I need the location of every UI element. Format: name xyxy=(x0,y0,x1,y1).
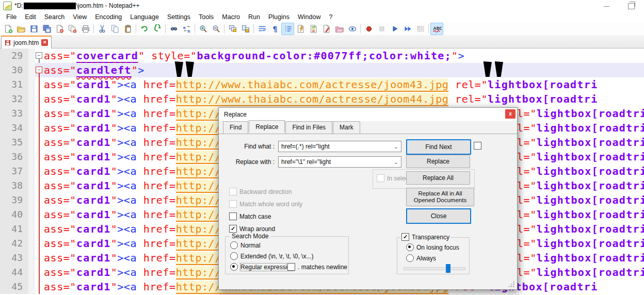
code-text[interactable]: ass="covercard" style="background-color:… xyxy=(44,48,644,63)
bookmark-margin[interactable] xyxy=(28,150,35,164)
transparency-on-losing-focus-radio[interactable]: On losing focus xyxy=(406,243,459,251)
document-map-icon[interactable] xyxy=(307,23,320,35)
undo-icon[interactable] xyxy=(138,23,151,35)
zoom-out-icon[interactable] xyxy=(210,23,222,35)
new-file-icon[interactable] xyxy=(2,23,14,35)
menu-item-encoding[interactable]: Encoding xyxy=(91,12,126,22)
fold-collapse-icon[interactable]: − xyxy=(36,67,42,73)
fold-margin[interactable] xyxy=(35,92,44,106)
transparency-slider-thumb[interactable] xyxy=(446,264,450,273)
menu-item-[interactable]: ? xyxy=(325,12,336,22)
zoom-in-icon[interactable] xyxy=(197,23,210,35)
transparency-slider[interactable] xyxy=(404,267,465,270)
menu-item-search[interactable]: Search xyxy=(40,12,69,22)
sync-vertical-scroll-icon[interactable] xyxy=(226,23,239,35)
transparency-always-radio[interactable]: Always xyxy=(406,254,436,262)
copy-icon[interactable] xyxy=(108,23,121,35)
replace-all-button[interactable]: Replace All xyxy=(406,171,470,185)
menu-item-macro[interactable]: Macro xyxy=(218,12,244,22)
bookmark-margin[interactable] xyxy=(28,265,35,280)
fold-margin[interactable] xyxy=(35,135,44,150)
open-file-icon[interactable] xyxy=(14,23,27,35)
match-case-checkbox[interactable]: Match case xyxy=(229,212,271,220)
search-mode-regex-radio[interactable]: Regular expression xyxy=(230,263,294,271)
dialog-resize-grip[interactable] xyxy=(508,281,514,287)
bookmark-margin[interactable] xyxy=(28,280,35,294)
folder-as-workspace-icon[interactable] xyxy=(333,23,346,35)
bookmark-margin[interactable] xyxy=(28,193,35,207)
minimize-button[interactable] xyxy=(604,2,610,9)
bookmark-margin[interactable] xyxy=(28,178,35,193)
code-text[interactable]: ass="card1"><a href=http://www.thaiabc.c… xyxy=(44,92,644,106)
fold-margin[interactable] xyxy=(35,121,44,135)
dialog-tab-find[interactable]: Find xyxy=(223,121,248,134)
fold-margin[interactable] xyxy=(35,265,44,280)
bookmark-margin[interactable] xyxy=(28,207,35,222)
replace-with-combobox[interactable]: href="\1" rel="light⌄ xyxy=(278,156,401,168)
matches-newline-checkbox[interactable]: . matches newline xyxy=(287,263,347,271)
fold-margin[interactable] xyxy=(35,178,44,193)
bookmark-margin[interactable] xyxy=(28,77,35,92)
fold-margin[interactable]: − xyxy=(35,48,44,63)
code-text[interactable]: ass="cardleft"> xyxy=(44,63,644,77)
save-all-icon[interactable] xyxy=(40,23,53,35)
fold-margin[interactable] xyxy=(35,222,44,236)
find-icon[interactable] xyxy=(167,23,180,35)
bookmark-margin[interactable] xyxy=(28,236,35,251)
fold-margin[interactable] xyxy=(35,280,44,294)
tab-close-icon[interactable]: ✕ xyxy=(41,39,48,46)
bookmark-margin[interactable] xyxy=(28,63,35,77)
word-wrap-icon[interactable] xyxy=(255,23,268,35)
menu-item-view[interactable]: View xyxy=(69,12,91,22)
menu-item-file[interactable]: File xyxy=(2,12,21,22)
bookmark-margin[interactable] xyxy=(28,251,35,265)
replace-dialog-titlebar[interactable]: Replace x xyxy=(219,108,517,121)
bookmark-margin[interactable] xyxy=(28,106,35,121)
fold-margin[interactable] xyxy=(35,77,44,92)
dialog-tab-mark[interactable]: Mark xyxy=(333,121,360,134)
macro-run-multiple-icon[interactable] xyxy=(401,23,414,35)
find-what-combobox[interactable]: href=(.*) rel="light⌄ xyxy=(278,141,401,152)
close-all-files-icon[interactable] xyxy=(66,23,79,35)
two-buttons-mode-checkbox[interactable] xyxy=(474,142,481,150)
macro-record-icon[interactable] xyxy=(362,23,375,35)
menu-item-language[interactable]: Language xyxy=(126,12,163,22)
backward-direction-checkbox[interactable]: Backward direction xyxy=(229,188,292,195)
menu-item-plugins[interactable]: Plugins xyxy=(264,12,294,22)
fold-collapse-icon[interactable]: − xyxy=(36,52,42,59)
fold-margin[interactable] xyxy=(35,207,44,222)
save-file-icon[interactable] xyxy=(27,23,40,35)
file-monitoring-icon[interactable] xyxy=(346,23,359,35)
search-mode-normal-radio[interactable]: Normal xyxy=(230,241,261,249)
redo-icon[interactable] xyxy=(151,23,164,35)
fold-margin[interactable]: − xyxy=(35,63,44,77)
bookmark-margin[interactable] xyxy=(28,222,35,236)
replace-icon[interactable]: ab xyxy=(180,23,193,35)
fold-margin[interactable] xyxy=(35,164,44,178)
fold-margin[interactable] xyxy=(35,236,44,251)
fold-margin[interactable] xyxy=(35,106,44,121)
find-next-button[interactable]: Find Next xyxy=(406,139,471,155)
bookmark-margin[interactable] xyxy=(28,121,35,135)
menu-item-tools[interactable]: Tools xyxy=(195,12,218,22)
match-whole-word-checkbox[interactable]: Match whole word only xyxy=(229,200,302,208)
bookmark-margin[interactable] xyxy=(28,92,35,106)
macro-play-icon[interactable] xyxy=(388,23,401,35)
document-list-icon[interactable] xyxy=(320,23,333,35)
sync-horizontal-scroll-icon[interactable] xyxy=(239,23,252,35)
dialog-tab-find-in-files[interactable]: Find in Files xyxy=(285,121,332,134)
function-list-icon[interactable] xyxy=(294,23,307,35)
macro-stop-icon[interactable] xyxy=(375,23,388,35)
wrap-around-checkbox[interactable]: Wrap around xyxy=(229,225,275,233)
chevron-down-icon[interactable]: ⌄ xyxy=(394,157,398,167)
tab-joom-htm[interactable]: joom.htm✕ xyxy=(1,36,52,48)
transparency-checkbox[interactable]: Transparency xyxy=(400,233,450,241)
menu-item-settings[interactable]: Settings xyxy=(163,12,195,22)
menu-item-edit[interactable]: Edit xyxy=(21,12,40,22)
replace-button[interactable]: Replace xyxy=(406,155,470,168)
dialog-tab-replace[interactable]: Replace xyxy=(249,120,285,133)
spell-check-icon[interactable]: ABC xyxy=(430,23,443,35)
close-file-icon[interactable] xyxy=(53,23,66,35)
dialog-close-icon[interactable]: x xyxy=(505,109,516,119)
fold-margin[interactable] xyxy=(35,193,44,207)
